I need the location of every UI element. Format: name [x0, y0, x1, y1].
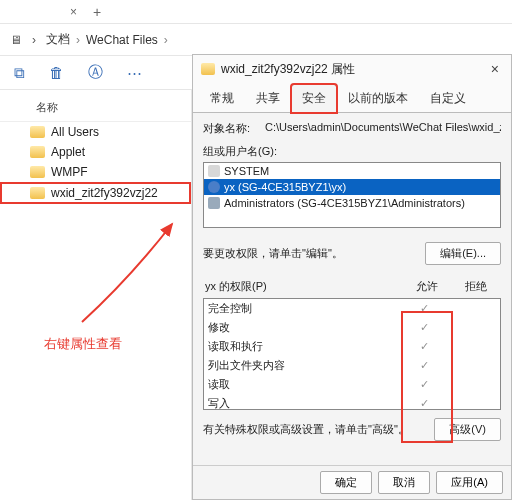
cancel-button[interactable]: 取消 — [378, 471, 430, 494]
dialog-tab[interactable]: 常规 — [199, 84, 245, 113]
rename-icon[interactable]: Ⓐ — [88, 63, 103, 82]
group-name: Administrators (SG-4CE315BYZ1\Administra… — [224, 197, 465, 209]
close-button[interactable]: × — [485, 61, 505, 77]
permission-name: 写入 — [208, 396, 398, 410]
permission-row[interactable]: 完全控制✓ — [204, 299, 500, 318]
permission-name: 修改 — [208, 320, 398, 335]
permission-name: 读取和执行 — [208, 339, 398, 354]
advanced-hint: 有关特殊权限或高级设置，请单击"高级"。 — [203, 422, 434, 437]
group-name: yx (SG-4CE315BYZ1\yx) — [224, 181, 346, 193]
dialog-tabs: 常规共享安全以前的版本自定义 — [193, 83, 511, 112]
column-header-name[interactable]: 名称 — [0, 94, 191, 122]
object-name-value: C:\Users\admin\Documents\WeChat Files\wx… — [265, 121, 501, 136]
dialog-titlebar: wxid_zit2fy392vzj22 属性 × — [193, 55, 511, 83]
copy-icon[interactable]: ⧉ — [14, 64, 25, 82]
folder-icon — [30, 146, 45, 158]
folder-icon — [30, 187, 45, 199]
advanced-button[interactable]: 高级(V) — [434, 418, 501, 441]
folder-name: Applet — [51, 145, 85, 159]
folder-item[interactable]: Applet — [0, 142, 191, 162]
allow-check-icon: ✓ — [398, 378, 450, 391]
user-icon — [208, 197, 220, 209]
permission-name: 列出文件夹内容 — [208, 358, 398, 373]
permission-row[interactable]: 写入✓ — [204, 394, 500, 410]
folder-name: All Users — [51, 125, 99, 139]
delete-icon[interactable]: 🗑 — [49, 64, 64, 81]
groups-label: 组或用户名(G): — [203, 144, 501, 159]
permissions-listbox[interactable]: 完全控制✓修改✓读取和执行✓列出文件夹内容✓读取✓写入✓ — [203, 298, 501, 410]
apply-button[interactable]: 应用(A) — [436, 471, 503, 494]
browser-tab-strip: × + — [0, 0, 512, 24]
dialog-tab[interactable]: 安全 — [291, 84, 337, 113]
folder-icon — [30, 126, 45, 138]
folder-icon — [30, 166, 45, 178]
object-name-label: 对象名称: — [203, 121, 257, 136]
permission-row[interactable]: 列出文件夹内容✓ — [204, 356, 500, 375]
breadcrumb-wechatfiles[interactable]: WeChat Files — [86, 33, 158, 47]
group-item[interactable]: Administrators (SG-4CE315BYZ1\Administra… — [204, 195, 500, 211]
allow-check-icon: ✓ — [398, 321, 450, 334]
allow-check-icon: ✓ — [398, 359, 450, 372]
chevron-right-icon: › — [32, 33, 36, 47]
tab-close-button[interactable]: × — [70, 5, 77, 19]
folder-item[interactable]: WMPF — [0, 162, 191, 182]
permission-name: 完全控制 — [208, 301, 398, 316]
groups-listbox[interactable]: SYSTEMyx (SG-4CE315BYZ1\yx)Administrator… — [203, 162, 501, 228]
chevron-right-icon: › — [164, 33, 168, 47]
edit-button[interactable]: 编辑(E)... — [425, 242, 501, 265]
dialog-tab[interactable]: 以前的版本 — [337, 84, 419, 113]
group-item[interactable]: yx (SG-4CE315BYZ1\yx) — [204, 179, 500, 195]
permission-name: 读取 — [208, 377, 398, 392]
chevron-right-icon: › — [76, 33, 80, 47]
group-name: SYSTEM — [224, 165, 269, 177]
folder-name: WMPF — [51, 165, 88, 179]
folder-icon — [201, 63, 215, 75]
new-tab-button[interactable]: + — [93, 4, 101, 20]
group-item[interactable]: SYSTEM — [204, 163, 500, 179]
address-bar: 🖥 › 文档 › WeChat Files › — [0, 24, 512, 56]
dialog-tab[interactable]: 自定义 — [419, 84, 477, 113]
user-icon — [208, 181, 220, 193]
permission-row[interactable]: 读取✓ — [204, 375, 500, 394]
allow-check-icon: ✓ — [398, 340, 450, 353]
permission-row[interactable]: 读取和执行✓ — [204, 337, 500, 356]
edit-hint: 要更改权限，请单击"编辑"。 — [203, 246, 425, 261]
dialog-title: wxid_zit2fy392vzj22 属性 — [221, 61, 485, 78]
allow-check-icon: ✓ — [398, 397, 450, 410]
breadcrumb-documents[interactable]: 文档 — [46, 31, 70, 48]
file-list-panel: 名称 All UsersAppletWMPFwxid_zit2fy392vzj2… — [0, 90, 192, 500]
pc-icon: 🖥 — [10, 33, 22, 47]
breadcrumb[interactable]: 文档 › WeChat Files › — [46, 31, 168, 48]
ok-button[interactable]: 确定 — [320, 471, 372, 494]
dialog-footer: 确定 取消 应用(A) — [193, 465, 511, 499]
folder-item[interactable]: wxid_zit2fy392vzj22 — [0, 182, 191, 204]
folder-item[interactable]: All Users — [0, 122, 191, 142]
allow-check-icon: ✓ — [398, 302, 450, 315]
dialog-tab[interactable]: 共享 — [245, 84, 291, 113]
folder-name: wxid_zit2fy392vzj22 — [51, 186, 158, 200]
allow-header: 允许 — [401, 279, 453, 294]
properties-dialog: wxid_zit2fy392vzj22 属性 × 常规共享安全以前的版本自定义 … — [192, 54, 512, 500]
more-icon[interactable]: ⋯ — [127, 64, 142, 82]
permission-row[interactable]: 修改✓ — [204, 318, 500, 337]
permissions-label: yx 的权限(P) — [205, 279, 401, 294]
deny-header: 拒绝 — [453, 279, 499, 294]
dialog-body: 对象名称: C:\Users\admin\Documents\WeChat Fi… — [193, 112, 511, 465]
user-icon — [208, 165, 220, 177]
annotation-text: 右键属性查看 — [44, 335, 122, 353]
